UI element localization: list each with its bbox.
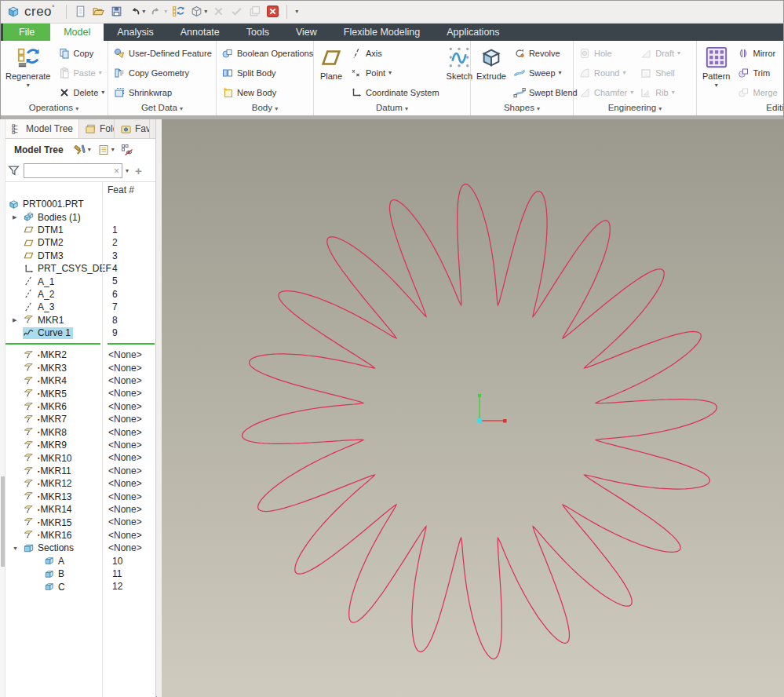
ribbon-button-round[interactable]: Round▾ [575,63,636,82]
validate-icon[interactable] [228,2,246,21]
tree-search-input[interactable]: × [24,163,122,178]
tree-item-prt0001-prt[interactable]: PRT0001.PRT [5,198,155,210]
navigator-tab-fav[interactable]: Fav [115,119,150,138]
tree-item-mkr13[interactable]: ▪MKR13<None> [5,491,155,503]
ribbon-group-label-body[interactable]: Body ▾ [217,103,313,115]
ribbon-button-split-body[interactable]: Split Body [218,63,316,82]
tree-item-mkr11[interactable]: ▪MKR11<None> [5,465,155,477]
save-icon[interactable] [108,2,126,21]
ribbon-button-regenerate[interactable]: Regenerate▾ [2,42,55,103]
ribbon-button-rib[interactable]: Rib▾ [636,82,684,102]
ribbon-button-new-body[interactable]: New Body [218,82,316,102]
tab-analysis[interactable]: Analysis [104,24,167,41]
ribbon-button-copy[interactable]: Copy [55,43,108,63]
ribbon-button-draft[interactable]: Draft▾ [636,43,684,63]
tab-view[interactable]: View [283,24,330,41]
close-window-icon[interactable] [264,2,282,21]
ribbon-button-axis[interactable]: Axis [347,43,443,63]
tree-item-dtm3[interactable]: DTM33 [5,250,155,262]
tree-item-curve-1[interactable]: Curve 19 [5,327,155,339]
show-hide-icon[interactable] [119,141,136,159]
tree-item-mkr8[interactable]: ▪MKR8<None> [5,426,155,439]
ribbon-button-hole[interactable]: Hole [575,43,636,63]
tree-item-mkr5[interactable]: ▪MKR5<None> [5,387,155,400]
ribbon-button-coordinate-system[interactable]: Coordinate System [347,82,443,102]
tree-search-field[interactable] [24,166,122,179]
add-filter-icon[interactable]: + [135,164,142,177]
ribbon-button-cropped[interactable] [781,43,784,63]
tab-annotate[interactable]: Annotate [167,24,233,41]
tree-item-mkr15[interactable]: ▪MKR15<None> [5,516,155,528]
tree-item-mkr1[interactable]: ▶MKR18 [5,314,155,327]
csys-x-handle[interactable] [503,419,507,423]
tab-file[interactable]: File [3,24,50,41]
tab-model[interactable]: Model [50,24,104,41]
tree-item-a[interactable]: A10 [5,555,155,567]
navigator-tab-fold[interactable]: Fold [79,119,115,138]
viewport-svg[interactable] [162,119,784,697]
clear-search-icon[interactable]: × [114,165,119,177]
ribbon-button-mirror[interactable]: Mirror [734,43,780,63]
ribbon-button-cropped[interactable] [781,82,784,102]
ribbon-button-paste[interactable]: Paste▾ [55,63,108,82]
tab-applications[interactable]: Applications [433,24,512,41]
ribbon-group-label-engineering[interactable]: Engineering ▾ [574,103,696,115]
insert-here-locator[interactable] [5,339,155,348]
tree-item-c[interactable]: C12 [5,580,155,593]
ribbon-group-label-editing[interactable]: Editing ▾ [697,103,784,115]
tree-item-a-1[interactable]: A_15 [5,275,155,287]
new-file-icon[interactable] [71,2,89,21]
tree-item-bodies-1[interactable]: ▶Bodies (1) [5,210,155,223]
ribbon-group-label-get-data[interactable]: Get Data ▾ [108,103,216,115]
ribbon-button-chamfer[interactable]: Chamfer▾ [575,82,636,102]
graphics-area[interactable] [162,119,784,697]
tree-item-sections[interactable]: ▼Sections<None> [5,542,155,554]
model-display-icon[interactable]: ▾ [188,2,210,21]
ribbon-button-merge[interactable]: Merge [734,82,780,102]
undo-icon[interactable]: ▾ [126,2,148,21]
windows-stack-icon[interactable] [246,2,264,21]
tree-item-mkr6[interactable]: ▪MKR6<None> [5,400,155,413]
ribbon-button-sweep[interactable]: Sweep▾ [510,63,581,82]
ribbon-button-trim[interactable]: Trim [734,63,780,82]
open-file-icon[interactable] [89,2,108,21]
ribbon-group-label-operations[interactable]: Operations ▾ [0,103,108,115]
redo-icon[interactable]: ▾ [148,2,170,21]
tree-scrollbar[interactable] [0,119,5,697]
ribbon-button-extrude[interactable]: Extrude [472,42,510,103]
tree-item-mkr16[interactable]: ▪MKR16<None> [5,529,155,542]
ribbon-button-point[interactable]: Point▾ [347,63,443,82]
csys-origin-handle[interactable] [477,418,483,424]
ribbon-button-revolve[interactable]: Revolve [510,43,581,63]
tree-item-mkr2[interactable]: ▪MKR2<None> [5,348,155,361]
tree-item-mkr4[interactable]: ▪MKR4<None> [5,374,155,387]
ribbon-button-boolean-operations[interactable]: Boolean Operations [218,43,316,63]
tree-item-mkr9[interactable]: ▪MKR9<None> [5,439,155,451]
tree-item-a-2[interactable]: A_26 [5,288,155,301]
tree-item-dtm1[interactable]: DTM11 [5,224,155,236]
tree-item-mkr7[interactable]: ▪MKR7<None> [5,413,155,425]
tree-tools-icon[interactable]: ▾ [71,141,93,159]
ribbon-button-pattern[interactable]: Pattern▾ [698,42,734,103]
tree-item-b[interactable]: B11 [5,567,155,580]
ribbon-button-shrinkwrap[interactable]: Shrinkwrap [110,82,215,102]
tree-item-mkr3[interactable]: ▪MKR3<None> [5,362,155,374]
ribbon-button-shell[interactable]: Shell [636,63,684,82]
ribbon-button-cropped[interactable] [781,63,784,82]
erase-display-icon[interactable] [210,2,228,21]
ribbon-button-delete[interactable]: Delete▾ [55,82,108,102]
ribbon-button-user-defined-feature[interactable]: User-Defined Feature [110,43,215,63]
tree-item-mkr10[interactable]: ▪MKR10<None> [5,451,155,464]
tree-item-a-3[interactable]: A_37 [5,301,155,313]
tree-item-prt-csys-def[interactable]: PRT_CSYS_DEF4 [5,262,155,275]
csys-marker[interactable] [477,394,507,423]
tree-item-mkr12[interactable]: ▪MKR12<None> [5,477,155,490]
ribbon-button-copy-geometry[interactable]: Copy Geometry [110,63,215,82]
search-dropdown-icon[interactable]: ▾ [126,167,129,174]
csys-y-handle[interactable] [478,394,481,397]
expand-arrow-icon[interactable]: ▶ [13,214,23,221]
tab-tools[interactable]: Tools [233,24,283,41]
tab-flexible-modeling[interactable]: Flexible Modeling [330,24,433,41]
ribbon-button-swept-blend[interactable]: Swept Blend [510,82,581,102]
tree-item-dtm2[interactable]: DTM22 [5,236,155,249]
